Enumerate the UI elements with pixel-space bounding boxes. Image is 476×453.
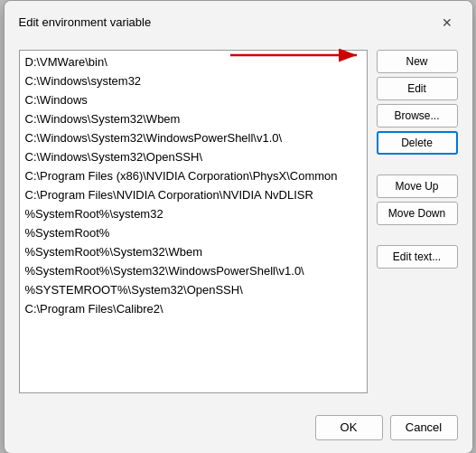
list-item[interactable]: C:\Program Files\NVIDIA Corporation\NVID… — [20, 185, 367, 204]
move-up-button[interactable]: Move Up — [377, 175, 458, 198]
delete-button[interactable]: Delete — [377, 131, 458, 155]
list-item[interactable]: %SystemRoot% — [20, 223, 367, 242]
list-item[interactable]: C:\Windows\System32\OpenSSH\ — [20, 147, 367, 166]
list-item[interactable]: C:\Windows\System32\Wbem — [20, 109, 367, 128]
edit-env-dialog: Edit environment variable ✕ D:\VMWare\bi… — [4, 0, 473, 453]
edit-button[interactable]: Edit — [377, 77, 458, 100]
list-item[interactable]: C:\Windows\System32\WindowsPowerShell\v1… — [20, 128, 367, 147]
ok-button[interactable]: OK — [315, 415, 383, 440]
list-item[interactable]: C:\Windows — [20, 90, 367, 109]
cancel-button[interactable]: Cancel — [390, 415, 458, 440]
edit-text-button[interactable]: Edit text... — [377, 245, 458, 269]
list-item[interactable]: %SystemRoot%\System32\Wbem — [20, 242, 367, 261]
list-item[interactable]: D:\VMWare\bin\ — [20, 52, 367, 71]
list-item[interactable]: C:\Windows\system32 — [20, 71, 367, 90]
new-button[interactable]: New — [377, 50, 458, 73]
env-var-list[interactable]: D:\VMWare\bin\C:\Windows\system32C:\Wind… — [19, 50, 368, 393]
list-item[interactable]: %SystemRoot%\System32\WindowsPowerShell\… — [20, 261, 367, 280]
dialog-content: D:\VMWare\bin\C:\Windows\system32C:\Wind… — [5, 41, 472, 408]
list-item[interactable]: %SystemRoot%\system32 — [20, 204, 367, 223]
dialog-title: Edit environment variable — [19, 15, 152, 29]
dialog-footer: OK Cancel — [5, 408, 472, 453]
list-item[interactable]: %SYSTEMROOT%\System32\OpenSSH\ — [20, 280, 367, 299]
close-button[interactable]: ✕ — [436, 12, 458, 33]
browse-button[interactable]: Browse... — [377, 104, 458, 127]
action-buttons: New Edit Browse... Delete Move Up Move D… — [377, 50, 458, 393]
list-item[interactable]: C:\Program Files (x86)\NVIDIA Corporatio… — [20, 166, 367, 185]
move-down-button[interactable]: Move Down — [377, 202, 458, 225]
title-bar: Edit environment variable ✕ — [5, 1, 472, 41]
list-item[interactable]: C:\Program Files\Calibre2\ — [20, 299, 367, 318]
